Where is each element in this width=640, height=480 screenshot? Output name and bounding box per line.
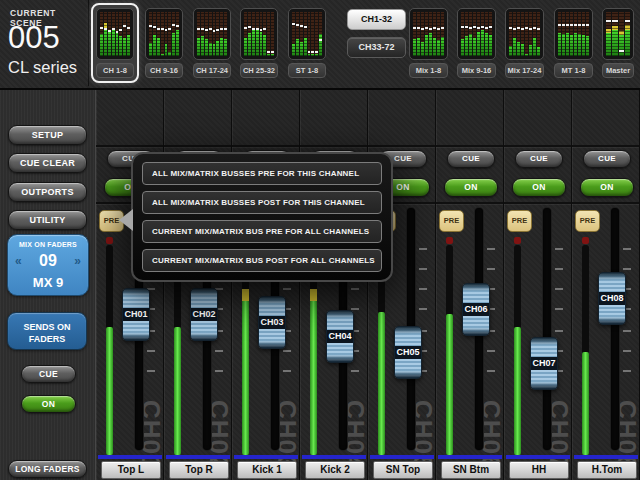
channel-on-button[interactable]: ON bbox=[444, 178, 498, 197]
fader-level-marker bbox=[625, 20, 630, 22]
meter-bar-fill bbox=[252, 30, 255, 56]
meter-block-ch-25-32[interactable]: CH 25-32 bbox=[235, 3, 283, 83]
setup-button[interactable]: SETUP bbox=[8, 125, 87, 145]
meter-bar bbox=[165, 12, 168, 56]
fader-cap[interactable]: CH02 bbox=[190, 288, 218, 341]
fader-level-marker bbox=[485, 27, 488, 29]
fader-cap[interactable]: CH03 bbox=[258, 296, 286, 349]
cue-clear-button[interactable]: CUE CLEAR bbox=[8, 153, 87, 173]
meter-bar-fill bbox=[525, 54, 528, 56]
meter-block-mix-9-16[interactable]: Mix 9-16 bbox=[452, 3, 501, 83]
utility-button[interactable]: UTILITY bbox=[8, 210, 87, 230]
sends-on-faders-button[interactable]: SENDS ON FADERS bbox=[7, 312, 87, 350]
meter-bar bbox=[562, 12, 565, 56]
channel-name-plate[interactable]: Top L bbox=[101, 461, 161, 479]
strip-top-panel bbox=[368, 90, 435, 147]
meter-bar-fill bbox=[481, 30, 484, 56]
channel-color-bar bbox=[370, 455, 434, 459]
top-bar: CURRENT SCENE 005 CL series CH 1-8CH 9-1… bbox=[0, 0, 640, 90]
channel-name-plate[interactable]: Top R bbox=[169, 461, 229, 479]
meter-bar bbox=[267, 12, 270, 56]
meter-block-master[interactable]: Master bbox=[597, 3, 639, 83]
popup-callout-arrow-icon bbox=[119, 209, 133, 231]
meter-block-st-1-8[interactable]: ST 1-8 bbox=[283, 3, 331, 83]
channel-pre-badge[interactable]: PRE bbox=[507, 210, 532, 232]
fader-level-marker bbox=[578, 24, 581, 26]
meter-bar-fill bbox=[112, 30, 115, 56]
fader-track[interactable] bbox=[611, 208, 619, 450]
popup-item-all-busses-pre[interactable]: ALL MIX/MATRIX BUSSES PRE FOR THIS CHANN… bbox=[142, 162, 382, 185]
channel-name-plate[interactable]: HH bbox=[509, 461, 569, 479]
meter-bar-fill bbox=[562, 34, 565, 56]
bank-button-ch33-72[interactable]: CH33-72 bbox=[347, 37, 406, 58]
fader-level-marker bbox=[205, 29, 208, 31]
popup-item-current-bus-pre[interactable]: CURRENT MIX/MATRIX BUS PRE FOR ALL CHANN… bbox=[142, 220, 382, 243]
meter-block-mix-1-8[interactable]: Mix 1-8 bbox=[404, 3, 453, 83]
meter-bar-fill bbox=[220, 38, 223, 56]
fader-level-marker bbox=[123, 25, 126, 27]
channel-on-button[interactable]: ON bbox=[512, 178, 566, 197]
meter-bar-fill bbox=[108, 32, 111, 56]
channel-cue-button[interactable]: CUE bbox=[515, 150, 563, 168]
meter-bar-fill bbox=[123, 38, 126, 56]
channel-level-peak bbox=[310, 289, 317, 301]
fader-level-marker bbox=[529, 28, 532, 30]
fader-level-marker bbox=[566, 24, 569, 26]
fader-level-marker bbox=[417, 27, 420, 29]
fader-level-marker bbox=[161, 28, 164, 30]
master-cue-button[interactable]: CUE bbox=[21, 365, 76, 383]
fader-level-marker bbox=[433, 27, 436, 29]
fader-level-marker bbox=[168, 28, 171, 30]
meter-bar bbox=[521, 12, 524, 56]
channel-name-plate[interactable]: SN Btm bbox=[441, 461, 501, 479]
fader-cap[interactable]: CH05 bbox=[394, 326, 422, 379]
channel-name-plate[interactable]: Kick 2 bbox=[305, 461, 365, 479]
long-faders-button[interactable]: LONG FADERS bbox=[8, 460, 87, 478]
channel-cue-button[interactable]: CUE bbox=[583, 150, 631, 168]
channel-level-fill bbox=[106, 327, 113, 455]
fader-cap[interactable]: CH01 bbox=[122, 288, 150, 341]
fader-cap[interactable]: CH07 bbox=[530, 337, 558, 390]
fader-cap[interactable]: CH08 bbox=[598, 272, 626, 325]
channel-pre-badge[interactable]: PRE bbox=[575, 210, 600, 232]
channel-pre-badge[interactable]: PRE bbox=[439, 210, 464, 232]
meter-block-ch-1-8[interactable]: CH 1-8 bbox=[91, 3, 139, 83]
outports-button[interactable]: OUTPORTS bbox=[8, 182, 87, 202]
fader-scale-tick bbox=[555, 268, 563, 270]
fader-level-marker bbox=[465, 26, 468, 28]
popup-item-current-bus-post[interactable]: CURRENT MIX/MATRIX BUS POST FOR ALL CHAN… bbox=[142, 249, 382, 272]
fader-scale-tick bbox=[283, 288, 291, 290]
meter-block-mt-1-8[interactable]: MT 1-8 bbox=[549, 3, 598, 83]
meter-bar bbox=[315, 12, 318, 56]
master-on-button[interactable]: ON bbox=[21, 395, 76, 413]
meter-bar-fill bbox=[566, 33, 569, 56]
mix-on-faders-panel[interactable]: MIX ON FADERS « 09 » MX 9 bbox=[7, 234, 89, 296]
fader-scale-tick bbox=[351, 308, 359, 310]
channel-color-bar bbox=[302, 455, 366, 459]
meter-block-mix-17-24[interactable]: Mix 17-24 bbox=[500, 3, 549, 83]
fader-cap[interactable]: CH04 bbox=[326, 310, 354, 363]
fader-track[interactable] bbox=[543, 208, 551, 450]
fader-level-marker bbox=[176, 25, 179, 27]
popup-item-all-busses-post[interactable]: ALL MIX/MATRIX BUSSES POST FOR THIS CHAN… bbox=[142, 191, 382, 214]
bank-button-ch1-32[interactable]: CH1-32 bbox=[347, 9, 406, 30]
meter-bar bbox=[201, 12, 204, 56]
meter-box bbox=[554, 8, 593, 60]
fader-cap[interactable]: CH06 bbox=[462, 283, 490, 336]
meter-bar-fill bbox=[244, 38, 247, 56]
meter-bar-fill bbox=[586, 36, 589, 56]
channel-on-button[interactable]: ON bbox=[580, 178, 634, 197]
channel-level-fill bbox=[310, 289, 317, 455]
strip-top-panel bbox=[164, 90, 231, 147]
fader-scale-tick bbox=[419, 268, 427, 270]
fader-cap-label: CH06 bbox=[463, 303, 489, 316]
channel-name-plate[interactable]: Kick 1 bbox=[237, 461, 297, 479]
meter-block-ch-17-24[interactable]: CH 17-24 bbox=[188, 3, 236, 83]
channel-name-plate[interactable]: H.Tom bbox=[577, 461, 637, 479]
meter-bar bbox=[625, 12, 630, 56]
next-mix-chevron-icon[interactable]: » bbox=[74, 254, 81, 268]
channel-cue-button[interactable]: CUE bbox=[447, 150, 495, 168]
channel-name-plate[interactable]: SN Top bbox=[373, 461, 433, 479]
meter-block-ch-9-16[interactable]: CH 9-16 bbox=[140, 3, 188, 83]
fader-level-marker bbox=[304, 26, 307, 28]
